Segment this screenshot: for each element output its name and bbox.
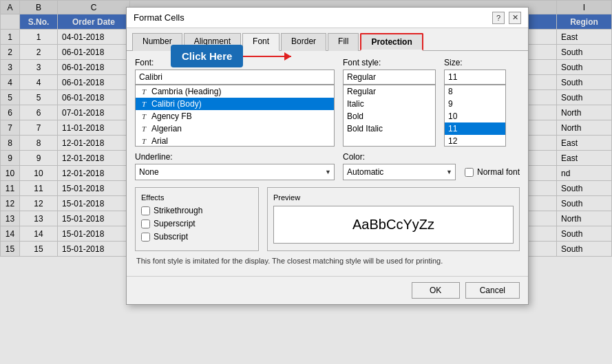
preview-col: Preview AaBbCcYyZz bbox=[267, 187, 520, 251]
size-9[interactable]: 9 bbox=[445, 98, 505, 110]
close-button[interactable]: ✕ bbox=[509, 12, 521, 24]
size-8[interactable]: 8 bbox=[445, 85, 505, 98]
font-size-col: Size: 8 9 10 11 12 14 bbox=[444, 58, 506, 147]
color-label: Color: bbox=[343, 152, 520, 162]
color-value: Automatic bbox=[347, 167, 383, 177]
arrow-head bbox=[284, 52, 291, 61]
list-item[interactable]: T Agency FB bbox=[136, 110, 334, 122]
font-style-input[interactable] bbox=[343, 69, 436, 85]
color-col: Color: Automatic Normal font bbox=[343, 152, 520, 180]
callout: Click Here bbox=[171, 45, 243, 67]
subscript-label: Subscript bbox=[154, 232, 188, 242]
preview-label: Preview bbox=[273, 193, 514, 202]
font-t-icon: T bbox=[139, 112, 149, 120]
preview-box: AaBbCcYyZz bbox=[273, 206, 514, 244]
font-fields-row: Font: T Cambria (Heading) T Calibri (Bod… bbox=[135, 58, 520, 147]
normal-font-checkbox[interactable] bbox=[465, 168, 474, 177]
callout-arrow bbox=[243, 56, 291, 57]
font-t-icon: T bbox=[139, 125, 149, 133]
font-t-icon: T bbox=[139, 87, 149, 96]
dialog-controls: ? ✕ bbox=[492, 12, 521, 24]
underline-row: Underline: None Color: Automatic bbox=[135, 152, 520, 180]
list-item[interactable]: T Arial bbox=[136, 135, 334, 147]
font-size-list[interactable]: 8 9 10 11 12 14 bbox=[444, 85, 506, 147]
style-bold-italic[interactable]: Bold Italic bbox=[344, 122, 435, 135]
tab-border[interactable]: Border bbox=[281, 33, 326, 51]
size-10[interactable]: 10 bbox=[445, 110, 505, 122]
effects-label: Effects bbox=[141, 193, 253, 202]
subscript-row: Subscript bbox=[141, 232, 253, 242]
dialog-titlebar: Format Cells ? ✕ bbox=[127, 8, 528, 28]
font-style-label: Font style: bbox=[343, 58, 436, 67]
font-list[interactable]: T Cambria (Heading) T Calibri (Body) T A… bbox=[135, 85, 335, 147]
underline-label: Underline: bbox=[135, 152, 335, 162]
style-italic[interactable]: Italic bbox=[344, 98, 435, 110]
normal-font-check: Normal font bbox=[465, 167, 520, 177]
callout-box: Click Here bbox=[171, 45, 243, 67]
normal-font-label: Normal font bbox=[477, 167, 520, 177]
underline-select[interactable]: None bbox=[135, 164, 335, 180]
effects-col: Effects Strikethrough Superscript Subscr… bbox=[135, 187, 259, 251]
strikethrough-row: Strikethrough bbox=[141, 206, 253, 215]
tab-font[interactable]: Font bbox=[242, 33, 279, 51]
cancel-button[interactable]: Cancel bbox=[465, 282, 520, 299]
strikethrough-label: Strikethrough bbox=[154, 206, 202, 215]
effects-preview-row: Effects Strikethrough Superscript Subscr… bbox=[135, 187, 520, 251]
superscript-row: Superscript bbox=[141, 219, 253, 228]
help-button[interactable]: ? bbox=[492, 12, 505, 24]
font-name-input[interactable] bbox=[135, 69, 335, 85]
superscript-checkbox[interactable] bbox=[141, 220, 150, 228]
list-item[interactable]: T Cambria (Heading) bbox=[136, 85, 334, 98]
size-12[interactable]: 12 bbox=[445, 135, 505, 147]
color-select[interactable]: Automatic bbox=[343, 164, 456, 180]
superscript-label: Superscript bbox=[154, 219, 196, 228]
font-size-input[interactable] bbox=[444, 69, 506, 85]
dialog-body: Font: T Cambria (Heading) T Calibri (Bod… bbox=[127, 51, 528, 276]
underline-select-wrapper: None bbox=[135, 164, 335, 180]
info-text: This font style is imitated for the disp… bbox=[135, 257, 520, 265]
font-name-col: Font: T Cambria (Heading) T Calibri (Bod… bbox=[135, 58, 335, 147]
font-t-icon: T bbox=[139, 137, 149, 145]
font-style-list[interactable]: Regular Italic Bold Bold Italic bbox=[343, 85, 436, 147]
tab-protection[interactable]: Protection bbox=[360, 33, 423, 51]
style-regular[interactable]: Regular bbox=[344, 85, 435, 98]
strikethrough-checkbox[interactable] bbox=[141, 206, 150, 215]
ok-button[interactable]: OK bbox=[412, 282, 460, 299]
style-bold[interactable]: Bold bbox=[344, 110, 435, 122]
tab-fill[interactable]: Fill bbox=[328, 33, 359, 51]
underline-col: Underline: None bbox=[135, 152, 335, 180]
color-select-wrapper: Automatic bbox=[343, 164, 456, 180]
preview-text: AaBbCcYyZz bbox=[352, 217, 434, 233]
size-11-selected[interactable]: 11 bbox=[445, 122, 505, 135]
list-item-selected[interactable]: T Calibri (Body) bbox=[136, 98, 334, 110]
dialog-footer: OK Cancel bbox=[127, 276, 528, 304]
subscript-checkbox[interactable] bbox=[141, 233, 150, 242]
size-label: Size: bbox=[444, 58, 506, 67]
underline-value: None bbox=[139, 167, 159, 177]
dialog-title: Format Cells bbox=[134, 12, 184, 23]
font-style-col: Font style: Regular Italic Bold Bold Ita… bbox=[343, 58, 436, 147]
callout-text: Click Here bbox=[182, 50, 232, 62]
list-item[interactable]: T Algerian bbox=[136, 122, 334, 135]
font-t-icon: T bbox=[139, 100, 149, 108]
